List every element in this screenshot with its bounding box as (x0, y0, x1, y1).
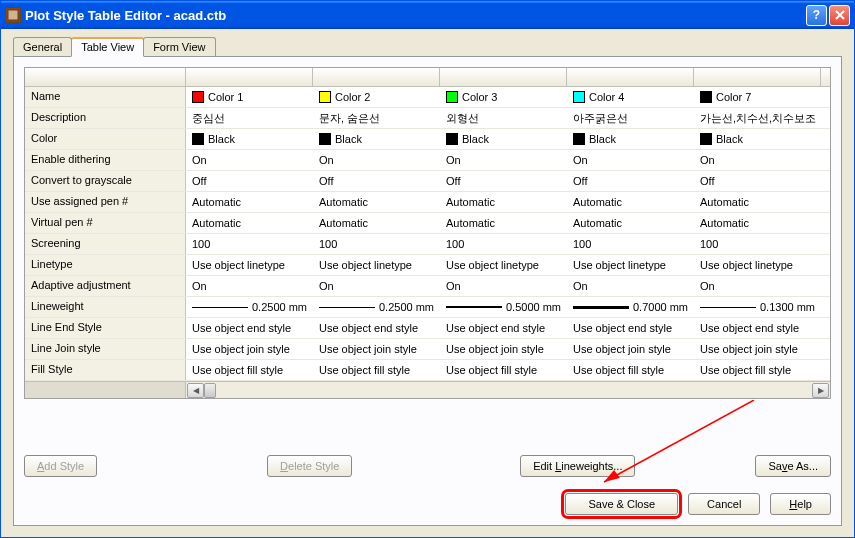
grid-cell[interactable]: 아주굵은선 (567, 108, 694, 128)
grid-cell[interactable]: Black (567, 129, 694, 149)
grid-cell[interactable]: Use object end style (313, 318, 440, 338)
grid-cell[interactable]: Automatic (313, 213, 440, 233)
cell-text: Color 2 (335, 91, 370, 103)
help-button[interactable]: Help (770, 493, 831, 515)
grid-cell[interactable]: Black (186, 129, 313, 149)
grid-cell[interactable]: Use object linetype (313, 255, 440, 275)
grid-cell[interactable]: Automatic (186, 192, 313, 212)
grid-cell[interactable]: Automatic (186, 213, 313, 233)
grid-cell[interactable]: Use object end style (440, 318, 567, 338)
grid-header-col[interactable] (694, 68, 821, 86)
grid-header-col[interactable] (186, 68, 313, 86)
grid-cell[interactable]: Off (694, 171, 821, 191)
grid-cell[interactable]: Use object end style (567, 318, 694, 338)
tab-form-view[interactable]: Form View (143, 37, 215, 56)
grid-cell[interactable]: Use object join style (313, 339, 440, 359)
grid-cell[interactable]: Use object fill style (313, 360, 440, 380)
delete-style-button[interactable]: Delete Style (267, 455, 352, 477)
grid-cell[interactable]: On (186, 150, 313, 170)
grid-cell[interactable]: Color 7 (694, 87, 821, 107)
grid-cell[interactable]: Use object fill style (186, 360, 313, 380)
grid-cell[interactable]: Color 4 (567, 87, 694, 107)
grid-header-col[interactable] (440, 68, 567, 86)
grid-cell[interactable]: On (186, 276, 313, 296)
grid-cell[interactable]: On (313, 276, 440, 296)
color-swatch (192, 91, 204, 103)
cancel-button[interactable]: Cancel (688, 493, 760, 515)
titlebar-close-button[interactable] (829, 5, 850, 26)
grid-cell[interactable]: Automatic (694, 192, 821, 212)
grid-cell[interactable]: On (440, 276, 567, 296)
grid-cell[interactable]: 0.2500 mm (186, 297, 313, 317)
grid-cell[interactable]: Color 2 (313, 87, 440, 107)
tab-strip: General Table View Form View (13, 37, 842, 56)
grid-cell[interactable]: Use object linetype (186, 255, 313, 275)
grid-cell[interactable]: On (694, 150, 821, 170)
grid-cell[interactable]: Automatic (567, 213, 694, 233)
grid-cell[interactable]: Automatic (440, 192, 567, 212)
grid-cell[interactable]: Automatic (313, 192, 440, 212)
tab-table-view[interactable]: Table View (71, 37, 144, 57)
grid-cell[interactable]: 0.7000 mm (567, 297, 694, 317)
grid-cell[interactable]: Automatic (694, 213, 821, 233)
grid-cell[interactable]: On (313, 150, 440, 170)
grid-cell[interactable]: 0.1300 mm (694, 297, 821, 317)
grid-cell[interactable]: Use object linetype (567, 255, 694, 275)
color-swatch (700, 91, 712, 103)
save-close-button[interactable]: Save & Close (565, 493, 678, 515)
grid-body: NameColor 1Color 2Color 3Color 4Color 7D… (25, 87, 830, 381)
grid-cell[interactable]: Use object end style (186, 318, 313, 338)
row-label: Fill Style (25, 360, 186, 380)
grid-cell[interactable]: Use object join style (440, 339, 567, 359)
grid-cell[interactable]: 외형선 (440, 108, 567, 128)
grid-header-col[interactable] (313, 68, 440, 86)
row-label: Name (25, 87, 186, 107)
grid-cell[interactable]: On (567, 276, 694, 296)
grid-cell[interactable]: Black (313, 129, 440, 149)
grid-cell[interactable]: On (567, 150, 694, 170)
grid-header-col[interactable] (567, 68, 694, 86)
add-style-button[interactable]: Add Style (24, 455, 97, 477)
grid-header-label[interactable] (25, 68, 186, 86)
grid-cell[interactable]: Use object join style (694, 339, 821, 359)
edit-lineweights-button[interactable]: Edit Lineweights... (520, 455, 635, 477)
grid-cell[interactable]: Off (313, 171, 440, 191)
titlebar[interactable]: Plot Style Table Editor - acad.ctb ? (1, 1, 854, 29)
grid-cell[interactable]: 100 (694, 234, 821, 254)
scroll-thumb[interactable] (204, 383, 216, 398)
grid-cell[interactable]: Automatic (440, 213, 567, 233)
grid-cell[interactable]: 문자, 숨은선 (313, 108, 440, 128)
grid-cell[interactable]: Use object linetype (440, 255, 567, 275)
save-as-button[interactable]: Save As... (755, 455, 831, 477)
tab-general[interactable]: General (13, 37, 72, 56)
grid-cell[interactable]: 0.2500 mm (313, 297, 440, 317)
grid-cell[interactable]: Use object fill style (440, 360, 567, 380)
grid-cell[interactable]: Use object linetype (694, 255, 821, 275)
grid-cell[interactable]: Use object fill style (694, 360, 821, 380)
grid-cell[interactable]: Use object join style (567, 339, 694, 359)
grid-cell[interactable]: Use object join style (186, 339, 313, 359)
grid-cell[interactable]: Automatic (567, 192, 694, 212)
grid-cell[interactable]: 0.5000 mm (440, 297, 567, 317)
grid-cell[interactable]: Black (440, 129, 567, 149)
grid-cell[interactable]: 가는선,치수선,치수보조 (694, 108, 821, 128)
scroll-right-button[interactable]: ▶ (812, 383, 829, 398)
grid-cell[interactable]: Color 1 (186, 87, 313, 107)
grid-cell[interactable]: 100 (440, 234, 567, 254)
grid-cell[interactable]: 중심선 (186, 108, 313, 128)
row-label: Use assigned pen # (25, 192, 186, 212)
grid-cell[interactable]: Black (694, 129, 821, 149)
titlebar-help-button[interactable]: ? (806, 5, 827, 26)
grid-cell[interactable]: Off (186, 171, 313, 191)
grid-cell[interactable]: 100 (313, 234, 440, 254)
grid-cell[interactable]: Off (440, 171, 567, 191)
grid-cell[interactable]: Use object end style (694, 318, 821, 338)
grid-cell[interactable]: 100 (567, 234, 694, 254)
grid-cell[interactable]: Use object fill style (567, 360, 694, 380)
grid-cell[interactable]: 100 (186, 234, 313, 254)
scroll-left-button[interactable]: ◀ (187, 383, 204, 398)
grid-cell[interactable]: Off (567, 171, 694, 191)
grid-cell[interactable]: On (694, 276, 821, 296)
grid-cell[interactable]: On (440, 150, 567, 170)
grid-cell[interactable]: Color 3 (440, 87, 567, 107)
